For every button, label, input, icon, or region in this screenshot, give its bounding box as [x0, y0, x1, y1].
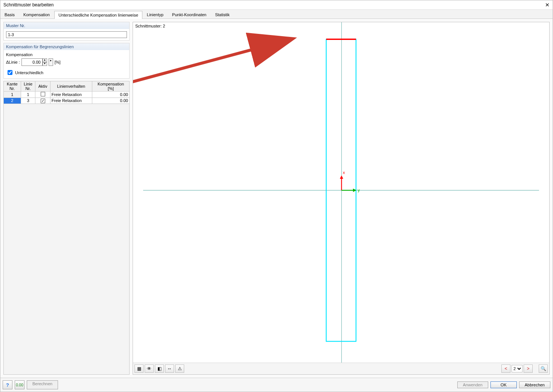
grid-container: Kante Nr. Linie Nr. Aktiv Linienverhalte… [3, 81, 130, 375]
warning-icon[interactable]: ⚠ [175, 365, 184, 373]
group-muster-nr-header: Muster Nr. [4, 22, 129, 29]
shape-icon[interactable]: ◧ [155, 365, 164, 373]
tab-basis[interactable]: Basis [0, 11, 19, 18]
cell-kante: 2 [4, 98, 21, 104]
tab-linientyp[interactable]: Linientyp [143, 11, 168, 18]
cell-linie: 1 [21, 92, 35, 98]
delta-linie-spinner[interactable]: ▲ ▼ [21, 58, 47, 66]
footer: ? 0.00 Berechnen Anwenden OK Abbrechen [0, 378, 553, 392]
tab-linientyp-label: Linientyp [147, 12, 163, 17]
delta-linie-value[interactable] [21, 58, 43, 66]
tab-punkt-koord-label: Punkt-Koordinaten [172, 12, 206, 17]
cell-aktiv[interactable]: ✓ [35, 98, 50, 104]
right-pane: Schnittmuster: 2 x [133, 22, 550, 375]
pager-combo[interactable]: 2 [512, 365, 522, 372]
stepper-aux-button[interactable]: ▸ [49, 58, 53, 66]
cell-verhalten[interactable]: Freie Relaxation [50, 92, 92, 98]
label-kompensation: Kompensation [6, 52, 127, 57]
zoom-tool-icon[interactable]: 🔍 [539, 365, 548, 373]
table-row[interactable]: 1 1 Freie Relaxation 0.00 [4, 92, 130, 98]
col-aktiv[interactable]: Aktiv [35, 81, 50, 92]
checkbox-icon[interactable] [41, 92, 45, 96]
cell-verhalten[interactable]: Freie Relaxation [50, 98, 92, 104]
cell-aktiv[interactable] [35, 92, 50, 98]
col-linie-nr[interactable]: Linie Nr. [21, 81, 35, 92]
col-kompensation[interactable]: Kompensation [%] [92, 81, 130, 92]
spinner-up-icon[interactable]: ▲ [43, 58, 47, 62]
tab-kompensation-label: Kompensation [23, 12, 50, 17]
help-button[interactable]: ? [3, 380, 12, 389]
preview-svg: x y [133, 22, 549, 363]
unterschiedlich-label: Unterschiedlich [15, 70, 43, 75]
tab-kompensation[interactable]: Kompensation [19, 11, 54, 18]
units-button[interactable]: 0.00 [15, 380, 24, 389]
window-title: Schnittmuster bearbeiten [3, 2, 53, 8]
dialog-window: Schnittmuster bearbeiten ✕ Basis Kompens… [0, 0, 553, 392]
col-linienverhalten[interactable]: Linienverhalten [50, 81, 92, 92]
left-pane: Muster Nr. Kompensation für Begrenzungsl… [3, 22, 130, 375]
tabbar: Basis Kompensation Unterschiedliche Komp… [0, 10, 553, 19]
cell-komp[interactable]: 0.00 [92, 98, 130, 104]
preview-toolbar: ▦ 👁 ◧ ↔ ⚠ < 2 > 🔍 [133, 363, 549, 374]
svg-text:y: y [358, 188, 360, 192]
prev-button[interactable]: < [501, 365, 510, 373]
ok-button[interactable]: OK [490, 381, 517, 388]
close-icon[interactable]: ✕ [545, 2, 550, 8]
tab-statistik[interactable]: Statistik [211, 11, 234, 18]
tab-statistik-label: Statistik [215, 12, 230, 17]
spinner-down-icon[interactable]: ▼ [43, 62, 47, 66]
berechnen-button[interactable]: Berechnen [27, 380, 58, 389]
next-button[interactable]: > [524, 365, 533, 373]
layers-icon[interactable]: ▦ [134, 365, 144, 373]
anwenden-button[interactable]: Anwenden [457, 381, 488, 388]
content-area: Muster Nr. Kompensation für Begrenzungsl… [0, 19, 553, 378]
table-row[interactable]: 2 3 ✓ Freie Relaxation 0.00 [4, 98, 130, 104]
muster-nr-input[interactable] [6, 31, 127, 38]
group-kompensation-header: Kompensation für Begrenzungslinien [4, 43, 129, 50]
kompensation-grid[interactable]: Kante Nr. Linie Nr. Aktiv Linienverhalte… [3, 81, 130, 104]
delta-linie-label: ΔLinie : [6, 60, 20, 64]
grid-empty-area [3, 104, 130, 375]
unterschiedlich-checkbox[interactable] [8, 70, 12, 75]
svg-text:x: x [343, 170, 345, 175]
eye-icon[interactable]: 👁 [145, 365, 154, 373]
svg-marker-5 [340, 175, 343, 179]
cell-komp[interactable]: 0.00 [92, 92, 130, 98]
group-kompensation: Kompensation für Begrenzungslinien Kompe… [3, 43, 130, 79]
abbrechen-button[interactable]: Abbrechen [519, 381, 550, 388]
group-muster-nr: Muster Nr. [3, 22, 130, 41]
help-icon: ? [6, 382, 9, 388]
tab-basis-label: Basis [5, 12, 15, 17]
preview-canvas[interactable]: x y [133, 22, 549, 363]
tab-punkt-koord[interactable]: Punkt-Koordinaten [168, 11, 211, 18]
tab-untersch-komp[interactable]: Unterschiedliche Kompensation linienweis… [54, 11, 142, 19]
titlebar: Schnittmuster bearbeiten ✕ [0, 0, 553, 10]
cell-linie: 3 [21, 98, 35, 104]
checkbox-icon[interactable]: ✓ [41, 99, 45, 103]
dimension-icon[interactable]: ↔ [165, 365, 174, 373]
cell-kante: 1 [4, 92, 21, 98]
col-kante-nr[interactable]: Kante Nr. [4, 81, 21, 92]
unit-label: [%] [55, 60, 61, 64]
tab-untersch-komp-label: Unterschiedliche Kompensation linienweis… [58, 13, 138, 17]
